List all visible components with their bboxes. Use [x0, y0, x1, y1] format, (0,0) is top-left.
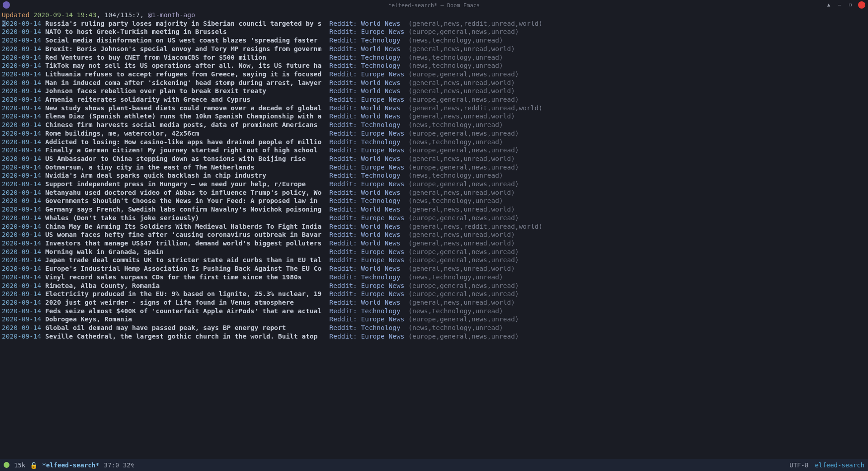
window-controls: ▲ — ◻: [826, 1, 865, 9]
entry-feed: Reddit: World News: [330, 87, 405, 94]
entry-title: Rome buildings, me, watercolor, 42x56cm: [45, 130, 326, 137]
feed-entry[interactable]: 2020-09-14 Russia's ruling party loses m…: [2, 19, 866, 28]
feed-entry[interactable]: 2020-09-14 Investors that manage US$47 t…: [2, 239, 866, 248]
feed-entry[interactable]: 2020-09-14 Europe's Industrial Hemp Asso…: [2, 264, 866, 273]
entry-date: 2020-09-14: [2, 146, 41, 154]
feed-entry[interactable]: 2020-09-14 Whales (Don't take this joke …: [2, 214, 866, 222]
entry-title: Rimetea, Alba County, Romania: [45, 282, 326, 289]
entry-tags: (general,news,reddit,unread,world): [408, 20, 542, 27]
app-icon: [3, 1, 10, 9]
entry-tags: (europe,general,news,unread): [408, 214, 519, 221]
feed-entry[interactable]: 2020-09-14 Germany says French, Swedish …: [2, 205, 866, 214]
entry-title: Global oil demand may have passed peak, …: [45, 324, 326, 331]
entry-title: Feds seize almost $400K of 'counterfeit …: [45, 307, 326, 315]
feed-entry[interactable]: 2020-09-14 Electricity produced in the E…: [2, 290, 866, 298]
feed-entry[interactable]: 2020-09-14 Ootmarsum, a tiny city in the…: [2, 163, 866, 172]
feed-entry[interactable]: 2020-09-14 New study shows plant-based d…: [2, 104, 866, 113]
entry-tags: (general,news,unread,world): [408, 79, 515, 86]
entry-tags: (news,technology,unread): [408, 37, 503, 44]
entry-date: 2020-09-14: [2, 307, 41, 315]
entry-tags: (europe,general,news,unread): [408, 316, 519, 323]
entry-feed: Reddit: Europe News: [330, 28, 405, 35]
entry-date: 2020-09-14: [2, 87, 41, 94]
entry-tags: (europe,general,news,unread): [408, 71, 519, 78]
entry-title: New study shows plant-based diets could …: [45, 104, 326, 112]
entry-title: Brexit: Boris Johnson's special envoy an…: [45, 45, 326, 52]
entry-date: 2020-09-14: [2, 316, 41, 323]
entry-feed: Reddit: Europe News: [330, 290, 405, 297]
elfeed-buffer[interactable]: Updated 2020-09-14 19:43, 104/115:7, @1-…: [0, 11, 868, 340]
entry-feed: Reddit: World News: [330, 206, 405, 213]
feed-entry[interactable]: 2020-09-14 NATO to host Greek-Turkish me…: [2, 28, 866, 36]
feed-entry[interactable]: 2020-09-14 US Ambassador to China steppi…: [2, 155, 866, 163]
feed-entry[interactable]: 2020-09-14 US woman faces hefty fine aft…: [2, 231, 866, 239]
entry-tags: (general,news,unread,world): [408, 189, 515, 196]
entry-feed: Reddit: Europe News: [330, 96, 405, 103]
maximize-button[interactable]: ◻: [847, 2, 854, 8]
lock-icon: 🔒: [30, 461, 38, 470]
entry-feed: Reddit: Europe News: [330, 316, 405, 323]
feed-entry[interactable]: 2020-09-14 Dobrogea Keys, Romania Reddit…: [2, 315, 866, 324]
feed-entry[interactable]: 2020-09-14 TikTok may not sell its US op…: [2, 61, 866, 70]
feed-entry[interactable]: 2020-09-14 Vinyl record sales surpass CD…: [2, 273, 866, 282]
entry-tags: (europe,general,news,unread): [408, 248, 519, 255]
feed-entry[interactable]: 2020-09-14 Chinese firm harvests social …: [2, 121, 866, 129]
elfeed-header: Updated 2020-09-14 19:43, 104/115:7, @1-…: [2, 11, 866, 19]
entry-tags: (europe,general,news,unread): [408, 164, 519, 171]
minimize-button[interactable]: —: [836, 2, 843, 8]
feed-entry[interactable]: 2020-09-14 Governments Shouldn't Choose …: [2, 197, 866, 205]
entry-date: 2020-09-14: [2, 333, 41, 340]
feed-entry[interactable]: 2020-09-14 Johnson faces rebellion over …: [2, 87, 866, 95]
entry-counts: 104/115:7: [104, 11, 140, 19]
feed-entry[interactable]: 2020-09-14 Rimetea, Alba County, Romania…: [2, 282, 866, 290]
entry-title: China May Be Arming Its Soldiers With Me…: [45, 223, 326, 230]
entry-tags: (news,technology,unread): [408, 121, 503, 128]
entry-title: Support independent press in Hungary – w…: [45, 180, 326, 188]
feed-entry[interactable]: 2020-09-14 Nvidia's Arm deal sparks quic…: [2, 171, 866, 180]
feed-entry[interactable]: 2020-09-14 Man in induced coma after 'si…: [2, 79, 866, 87]
feed-entry[interactable]: 2020-09-14 Social media disinformation o…: [2, 36, 866, 45]
entry-tags: (general,news,unread,world): [408, 113, 515, 120]
entry-tags: (news,technology,unread): [408, 197, 503, 204]
entry-feed: Reddit: Technology: [330, 324, 405, 331]
feed-entry[interactable]: 2020-09-14 Addicted to losing: How casin…: [2, 138, 866, 146]
entry-feed: Reddit: World News: [330, 113, 405, 120]
entry-title: Russia's ruling party loses majority in …: [45, 20, 326, 27]
entry-title: US Ambassador to China stepping down as …: [45, 155, 326, 162]
status-dot-icon: [4, 462, 9, 468]
entry-date: 2020-09-14: [2, 172, 41, 179]
close-button[interactable]: [858, 1, 865, 9]
feed-entry[interactable]: 2020-09-14 Lithuania refuses to accept r…: [2, 70, 866, 79]
entry-tags: (general,news,reddit,unread,world): [408, 223, 542, 230]
entry-feed: Reddit: World News: [330, 265, 405, 272]
entry-title: Europe's Industrial Hemp Association Is …: [45, 265, 326, 272]
entry-title: Electricity produced in the EU: 9% based…: [45, 290, 326, 297]
feed-entry[interactable]: 2020-09-14 Finally a German citizen! My …: [2, 146, 866, 155]
feed-entry[interactable]: 2020-09-14 Global oil demand may have pa…: [2, 324, 866, 332]
keep-above-icon[interactable]: ▲: [826, 2, 832, 8]
entry-tags: (general,news,unread,world): [408, 155, 515, 162]
feed-entry[interactable]: 2020-09-14 Armenia reiterates solidarity…: [2, 95, 866, 104]
entry-list: 2020-09-14 Russia's ruling party loses m…: [2, 19, 866, 341]
entry-tags: (news,technology,unread): [408, 62, 503, 69]
feed-entry[interactable]: 2020-09-14 Feds seize almost $400K of 'c…: [2, 307, 866, 316]
feed-entry[interactable]: 2020-09-14 Netanyahu used doctored video…: [2, 188, 866, 197]
entry-feed: Reddit: Technology: [330, 197, 405, 204]
feed-entry[interactable]: 2020-09-14 Morning walk in Granada, Spai…: [2, 248, 866, 256]
entry-tags: (europe,general,news,unread): [408, 282, 519, 289]
feed-entry[interactable]: 2020-09-14 Seville Cathedral, the larges…: [2, 332, 866, 341]
feed-entry[interactable]: 2020-09-14 Red Ventures to buy CNET from…: [2, 53, 866, 62]
feed-entry[interactable]: 2020-09-14 China May Be Arming Its Soldi…: [2, 222, 866, 231]
entry-date: 2020-09-14: [2, 164, 41, 171]
feed-entry[interactable]: 2020-09-14 Support independent press in …: [2, 180, 866, 188]
feed-entry[interactable]: 2020-09-14 Elena Diaz (Spanish athlete) …: [2, 112, 866, 121]
feed-entry[interactable]: 2020-09-14 2020 just got weirder - signs…: [2, 298, 866, 307]
feed-entry[interactable]: 2020-09-14 Brexit: Boris Johnson's speci…: [2, 45, 866, 53]
entry-title: Chinese firm harvests social media posts…: [45, 121, 326, 128]
entry-feed: Reddit: World News: [330, 231, 405, 238]
feed-entry[interactable]: 2020-09-14 Rome buildings, me, watercolo…: [2, 129, 866, 138]
entry-feed: Reddit: Europe News: [330, 248, 405, 255]
feed-entry[interactable]: 2020-09-14 Japan trade deal commits UK t…: [2, 256, 866, 264]
entry-tags: (news,technology,unread): [408, 273, 503, 281]
entry-tags: (europe,general,news,unread): [408, 28, 519, 35]
